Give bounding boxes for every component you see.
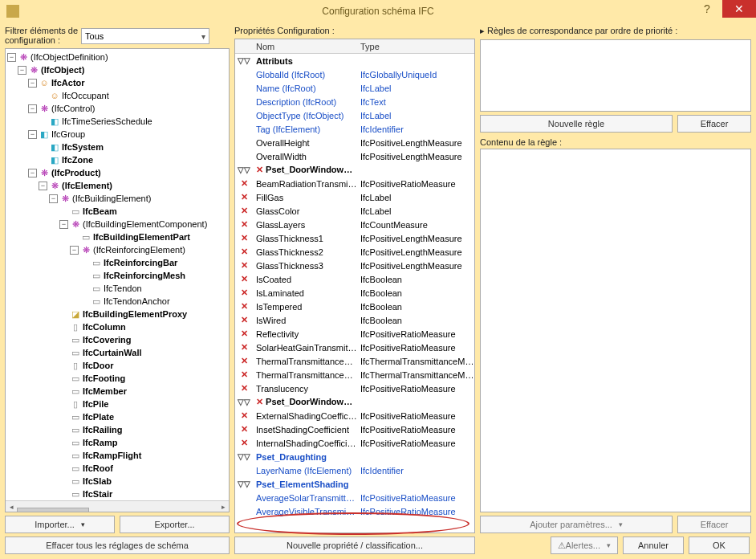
collapse-icon[interactable]: − bbox=[49, 194, 58, 203]
clear-content-button[interactable]: Effacer bbox=[677, 516, 751, 533]
filter-combo[interactable]: Tous bbox=[81, 28, 209, 44]
import-button[interactable]: Importer... bbox=[5, 516, 115, 533]
grid-row[interactable]: OverallWidthIfcPositiveLengthMeasure bbox=[235, 149, 474, 163]
group-toggle-icon[interactable]: ▽ bbox=[244, 398, 250, 406]
grid-row[interactable]: ✕IsWiredIfcBoolean bbox=[235, 313, 474, 327]
tree-row[interactable]: ▯IfcPile bbox=[7, 398, 227, 410]
tree-row[interactable]: ▭IfcCurtainWall bbox=[7, 346, 227, 359]
tree-row[interactable]: ▭IfcBuildingElementPart bbox=[7, 231, 227, 243]
tree-row[interactable]: −❋(IfcReinforcingElement) bbox=[7, 243, 227, 256]
grid-row[interactable]: OverallHeightIfcPositiveLengthMeasure bbox=[235, 136, 474, 149]
tree-row[interactable]: −❋(IfcControl) bbox=[7, 102, 227, 115]
tree-row[interactable]: ◧IfcZone bbox=[7, 153, 227, 166]
tree-row[interactable]: ▭IfcTendonAnchor bbox=[7, 295, 227, 308]
tree-row[interactable]: ▯IfcDoor bbox=[7, 359, 227, 372]
schema-tree[interactable]: −❋(IfcObjectDefinition)−❋(IfcObject)−☺If… bbox=[6, 49, 229, 500]
collapse-icon[interactable]: − bbox=[7, 53, 16, 62]
collapse-icon[interactable]: − bbox=[70, 246, 79, 255]
tree-row[interactable]: ▭IfcMember bbox=[7, 385, 227, 398]
tree-row[interactable]: ◧IfcTimeSeriesSchedule bbox=[7, 115, 227, 128]
collapse-icon[interactable]: − bbox=[18, 66, 26, 75]
grid-row[interactable]: ✕FillGasIfcLabel bbox=[235, 190, 474, 204]
grid-row[interactable]: GlobalId (IfcRoot)IfcGloballyUniqueId bbox=[235, 67, 474, 81]
export-button[interactable]: Exporter... bbox=[120, 516, 230, 533]
grid-row[interactable]: ✕IsLaminatedIfcBoolean bbox=[235, 286, 474, 300]
grid-group-row[interactable]: ▽✕ Pset_DoorWindowGlazing... bbox=[235, 163, 474, 177]
grid-row[interactable]: ✕IsTemperedIfcBoolean bbox=[235, 300, 474, 313]
tree-row[interactable]: ▭IfcCovering bbox=[7, 333, 227, 346]
scroll-thumb[interactable] bbox=[17, 508, 89, 513]
grid-row[interactable]: ✕GlassThickness3IfcPositiveLengthMeasure bbox=[235, 259, 474, 272]
grid-row[interactable]: ✕BeamRadiationTransmittanceIfcPositiveRa… bbox=[235, 177, 474, 190]
tree-row[interactable]: −❋(IfcObjectDefinition) bbox=[7, 51, 227, 63]
alerts-button[interactable]: ⚠ Alertes... bbox=[551, 537, 618, 554]
tree-row[interactable]: ▭IfcPlate bbox=[7, 410, 227, 423]
tree-hscrollbar[interactable]: ◂ ▸ bbox=[6, 500, 229, 512]
collapse-icon[interactable]: − bbox=[28, 169, 37, 177]
grid-row[interactable]: ✕SolarHeatGainTransmittanceIfcPositiveRa… bbox=[235, 341, 474, 354]
tree-row[interactable]: −❋(IfcObject) bbox=[7, 63, 227, 76]
grid-row[interactable]: Description (IfcRoot)IfcText bbox=[235, 95, 474, 108]
ok-button[interactable]: OK bbox=[689, 537, 750, 554]
grid-group-row[interactable]: ▽Pset_ElementShading bbox=[235, 477, 474, 491]
group-toggle-icon[interactable]: ▽ bbox=[244, 56, 250, 65]
grid-row[interactable]: ✕GlassThickness2IfcPositiveLengthMeasure bbox=[235, 245, 474, 259]
grid-group-row[interactable]: ▽Pset_Draughting bbox=[235, 450, 474, 463]
cancel-button[interactable]: Annuler bbox=[623, 537, 684, 554]
tree-row[interactable]: −❋(IfcBuildingElement) bbox=[7, 192, 227, 205]
grid-row[interactable]: ✕IsCoatedIfcBoolean bbox=[235, 272, 474, 286]
tree-row[interactable]: ▭IfcBeam bbox=[7, 205, 227, 218]
tree-row[interactable]: −☺IfcActor bbox=[7, 76, 227, 89]
grid-row[interactable]: ✕InsetShadingCoefficientIfcPositiveRatio… bbox=[235, 422, 474, 436]
tree-row[interactable]: ◧IfcSystem bbox=[7, 141, 227, 153]
collapse-icon[interactable]: − bbox=[39, 182, 47, 190]
tree-row[interactable]: ◪IfcBuildingElementProxy bbox=[7, 308, 227, 320]
help-button[interactable]: ? bbox=[692, 0, 722, 18]
grid-row[interactable]: ✕GlassLayersIfcCountMeasure bbox=[235, 218, 474, 231]
clear-rule-button[interactable]: Effacer bbox=[677, 115, 751, 133]
grid-group-row[interactable]: ▽Attributs bbox=[235, 54, 474, 67]
grid-row[interactable]: Tag (IfcElement)IfcIdentifier bbox=[235, 122, 474, 136]
grid-row[interactable]: ✕ReflectivityIfcPositiveRatioMeasure bbox=[235, 327, 474, 341]
scroll-left-arrow-icon[interactable]: ◂ bbox=[6, 501, 17, 512]
grid-row[interactable]: ✕GlassColorIfcLabel bbox=[235, 204, 474, 218]
group-toggle-icon[interactable]: ▽ bbox=[244, 165, 250, 174]
add-params-button[interactable]: Ajouter paramètres... bbox=[480, 516, 673, 533]
new-property-button[interactable]: Nouvelle propriété / classification... bbox=[234, 537, 475, 554]
tree-row[interactable]: ▭IfcRamp bbox=[7, 436, 227, 449]
tree-row[interactable]: ▭IfcReinforcingMesh bbox=[7, 269, 227, 282]
grid-row[interactable]: ObjectType (IfcObject)IfcLabel bbox=[235, 108, 474, 122]
collapse-icon[interactable]: − bbox=[28, 104, 37, 113]
grid-row[interactable]: AverageVisibleTransmittance (...IfcPosit… bbox=[235, 504, 474, 518]
collapse-icon[interactable]: − bbox=[28, 130, 37, 139]
grid-row[interactable]: AverageSolarTransmittance (I...IfcPositi… bbox=[235, 491, 474, 504]
tree-row[interactable]: −❋(IfcElement) bbox=[7, 179, 227, 192]
grid-row[interactable]: ✕ExternalShadingCoefficientIfcPositiveRa… bbox=[235, 409, 474, 422]
rules-list[interactable] bbox=[480, 39, 751, 112]
scroll-right-arrow-icon[interactable]: ▸ bbox=[217, 501, 229, 512]
collapse-icon[interactable]: − bbox=[59, 220, 68, 229]
grid-row[interactable]: Name (IfcRoot)IfcLabel bbox=[235, 81, 474, 95]
rule-content[interactable] bbox=[480, 149, 751, 512]
tree-row[interactable]: ▭IfcFooting bbox=[7, 372, 227, 385]
grid-row[interactable]: ✕TranslucencyIfcPositiveRatioMeasure bbox=[235, 382, 474, 395]
grid-row[interactable]: ✕ThermalTransmittanceWinterIfcThermalTra… bbox=[235, 368, 474, 382]
tree-row[interactable]: −❋(IfcBuildingElementComponent) bbox=[7, 218, 227, 231]
tree-row[interactable]: −❋(IfcProduct) bbox=[7, 166, 227, 179]
group-toggle-icon[interactable]: ▽ bbox=[244, 452, 250, 461]
col-name[interactable]: Nom bbox=[253, 42, 357, 51]
close-button[interactable]: ✕ bbox=[722, 0, 756, 18]
tree-row[interactable]: ▭IfcRampFlight bbox=[7, 449, 227, 462]
clear-schema-button[interactable]: Effacer tous les réglages de schéma bbox=[5, 537, 230, 554]
tree-row[interactable]: ☺IfcOccupant bbox=[7, 89, 227, 102]
tree-row[interactable]: −◧IfcGroup bbox=[7, 128, 227, 141]
grid-row[interactable]: ✕ThermalTransmittanceSummerIfcThermalTra… bbox=[235, 354, 474, 368]
tree-row[interactable]: ▭IfcTendon bbox=[7, 282, 227, 295]
new-rule-button[interactable]: Nouvelle règle bbox=[480, 115, 673, 133]
tree-row[interactable]: ▭IfcSlab bbox=[7, 475, 227, 488]
group-toggle-icon[interactable]: ▽ bbox=[244, 479, 250, 488]
properties-grid[interactable]: ▽AttributsGlobalId (IfcRoot)IfcGloballyU… bbox=[235, 54, 474, 532]
tree-row[interactable]: ▭IfcStair bbox=[7, 488, 227, 500]
grid-group-row[interactable]: ▽✕ Pset_DoorWindowShading... bbox=[235, 395, 474, 409]
grid-row[interactable]: ✕InternalShadingCoefficientIfcPositiveRa… bbox=[235, 436, 474, 450]
